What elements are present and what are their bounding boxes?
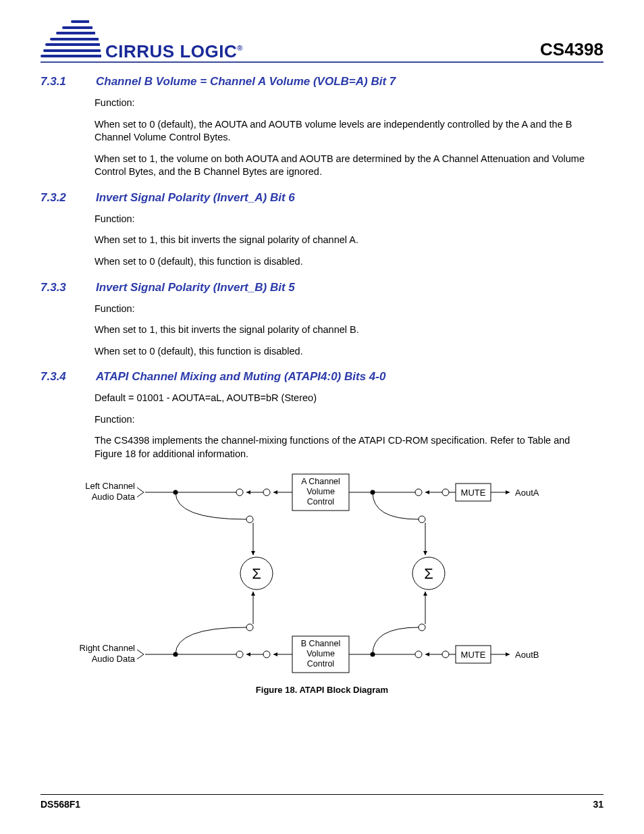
sigma-label: Σ xyxy=(424,565,433,582)
body-text: When set to 0 (default), this function i… xyxy=(95,255,597,269)
section-7-3-2-heading: 7.3.2 Invert Signal Polarity (Invert_A) … xyxy=(41,191,603,205)
switch-open-icon xyxy=(263,489,270,496)
switch-open-icon xyxy=(415,489,422,496)
body-text: When set to 0 (default), the AOUTA and A… xyxy=(95,118,597,145)
label-aoutb: AoutB xyxy=(515,650,539,660)
doc-id: DS568F1 xyxy=(41,799,80,810)
section-number: 7.3.2 xyxy=(41,191,78,205)
section-7-3-1-heading: 7.3.1 Channel B Volume = Channel A Volum… xyxy=(41,75,603,88)
section-number: 7.3.3 xyxy=(41,281,78,294)
label-left-channel: Left Channel xyxy=(85,481,135,491)
switch-open-icon xyxy=(442,651,449,658)
body-text: When set to 0 (default), this function i… xyxy=(95,345,597,359)
section-title: Invert Signal Polarity (Invert_B) Bit 5 xyxy=(96,281,295,294)
default-text: Default = 01001 - AOUTA=aL, AOUTB=bR (St… xyxy=(95,392,597,405)
brand-name: CIRRUS LOGIC® xyxy=(105,41,243,62)
function-label: Function: xyxy=(95,303,597,316)
label: Control xyxy=(307,659,334,669)
section-7-3-3-body: Function: When set to 1, this bit invert… xyxy=(95,303,597,359)
label: Volume xyxy=(306,649,335,658)
logo-stripes-icon xyxy=(41,20,101,57)
label: MUTE xyxy=(461,488,486,498)
body-text: When set to 1, the volume on both AOUTA … xyxy=(95,153,597,179)
switch-open-icon xyxy=(442,489,449,496)
label-audio-data: Audio Data xyxy=(92,654,136,664)
section-title: Channel B Volume = Channel A Volume (VOL… xyxy=(96,75,396,88)
function-label: Function: xyxy=(95,213,597,226)
label-right-channel: Right Channel xyxy=(80,643,135,653)
page-footer: DS568F1 31 xyxy=(41,794,603,810)
label: B Channel xyxy=(301,639,340,648)
section-number: 7.3.1 xyxy=(41,75,78,88)
switch-open-icon xyxy=(236,489,243,496)
label-audio-data: Audio Data xyxy=(92,492,136,502)
section-7-3-3-heading: 7.3.3 Invert Signal Polarity (Invert_B) … xyxy=(41,281,603,294)
body-text: The CS4398 implements the channel-mixing… xyxy=(95,434,597,461)
function-label: Function: xyxy=(95,413,597,427)
label: Control xyxy=(307,497,334,506)
switch-open-icon xyxy=(419,624,425,631)
sigma-label: Σ xyxy=(252,565,261,582)
label: A Channel xyxy=(301,477,340,486)
section-7-3-4-body: Default = 01001 - AOUTA=aL, AOUTB=bR (St… xyxy=(95,392,597,461)
section-7-3-2-body: Function: When set to 1, this bit invert… xyxy=(95,213,597,269)
section-title: ATAPI Channel Mixing and Muting (ATAPI4:… xyxy=(96,370,385,384)
switch-open-icon xyxy=(419,516,425,523)
brand-logo: CIRRUS LOGIC® xyxy=(41,20,243,60)
block-diagram-svg: Left Channel Audio Data Right Channel Au… xyxy=(41,469,603,678)
switch-open-icon xyxy=(246,516,253,523)
switch-open-icon xyxy=(246,624,253,631)
label: Volume xyxy=(306,487,335,496)
body-text: When set to 1, this bit inverts the sign… xyxy=(95,323,597,337)
label-aouta: AoutA xyxy=(515,488,539,498)
figure-caption: Figure 18. ATAPI Block Diagram xyxy=(41,685,603,695)
section-7-3-4-heading: 7.3.4 ATAPI Channel Mixing and Muting (A… xyxy=(41,370,603,384)
section-7-3-1-body: Function: When set to 0 (default), the A… xyxy=(95,97,597,179)
section-title: Invert Signal Polarity (Invert_A) Bit 6 xyxy=(96,191,295,205)
section-number: 7.3.4 xyxy=(41,370,78,384)
part-number: CS4398 xyxy=(540,39,603,60)
function-label: Function: xyxy=(95,97,597,110)
page-header: CIRRUS LOGIC® CS4398 xyxy=(41,20,603,63)
switch-open-icon xyxy=(236,651,243,658)
label: MUTE xyxy=(461,650,486,660)
page-number: 31 xyxy=(593,799,603,810)
atapi-block-diagram: Left Channel Audio Data Right Channel Au… xyxy=(41,469,603,695)
switch-open-icon xyxy=(263,651,270,658)
switch-open-icon xyxy=(415,651,422,658)
body-text: When set to 1, this bit inverts the sign… xyxy=(95,234,597,247)
